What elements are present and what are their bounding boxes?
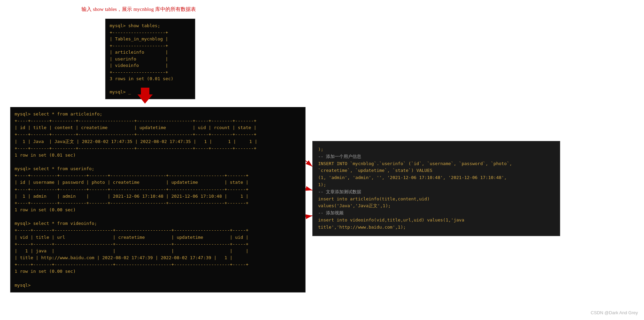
comment-add-user: -- 添加一个用户信息 [318, 154, 361, 159]
code-line-insert: INSERT INTO `mycnblog`.`userinfo` (`id`,… [318, 161, 512, 166]
code-line-1: ); [318, 147, 324, 152]
terminal-small-content: mysql> show tables; +-------------------… [110, 22, 191, 95]
code-panel-content: ); -- 添加一个用户信息 INSERT INTO `mycnblog`.`u… [318, 146, 554, 231]
code-line-1-end: 1); [318, 182, 326, 187]
comment-video: -- 添加视频 [318, 210, 344, 215]
terminal-small: mysql> show tables; +-------------------… [105, 19, 195, 99]
code-panel: ); -- 添加一个用户信息 INSERT INTO `mycnblog`.`u… [312, 141, 560, 236]
terminal-large-content: mysql> select * from articleinfo; +----+… [15, 111, 301, 289]
top-annotation: 输入 show tables，展示 mycnblog 库中的所有数据表 [81, 6, 196, 13]
watermark: CSDN @Dark And Grey [591, 310, 638, 315]
code-line-video-insert: insert into videoinfo(vid,title,url,uid)… [318, 217, 464, 223]
terminal-large: mysql> select * from articleinfo; +----+… [10, 107, 306, 292]
code-line-article-insert: insert into articleinfo(title,content,ui… [318, 196, 430, 201]
code-line-createtime: `createtime`, `updatetime`, `state`) VAL… [318, 168, 433, 173]
comment-article: -- 文章添加测试数据 [318, 189, 361, 194]
code-line-article-values: values('Java','Java正文',1); [318, 203, 391, 208]
code-line-video-values: title','http://www.baidu.com',1); [318, 225, 406, 230]
code-line-values: (1, 'admin', 'admin', '', '2021-12-06 17… [318, 175, 507, 180]
page-container: 输入 show tables，展示 mycnblog 库中的所有数据表 mysq… [0, 0, 644, 320]
